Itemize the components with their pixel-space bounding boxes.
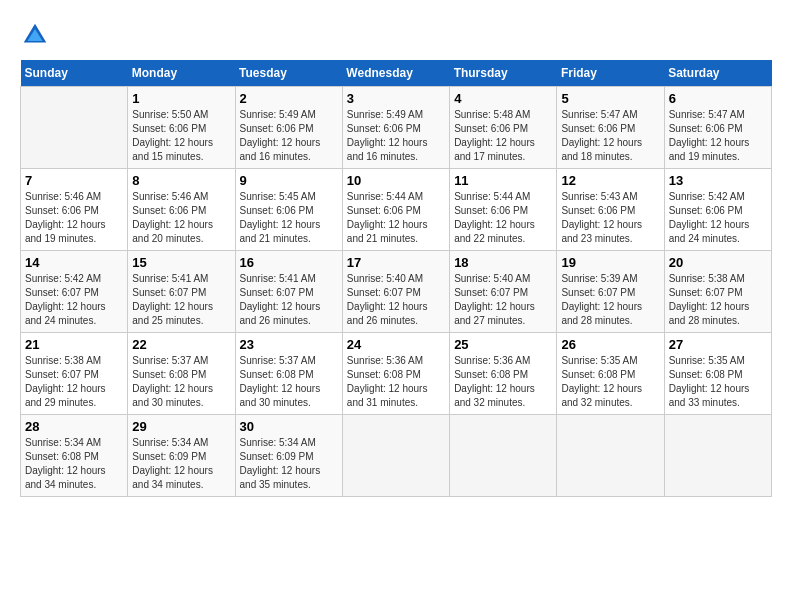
day-info: Sunrise: 5:36 AM Sunset: 6:08 PM Dayligh…	[454, 354, 552, 410]
day-number: 5	[561, 91, 659, 106]
day-number: 18	[454, 255, 552, 270]
day-info: Sunrise: 5:37 AM Sunset: 6:08 PM Dayligh…	[132, 354, 230, 410]
day-cell: 5Sunrise: 5:47 AM Sunset: 6:06 PM Daylig…	[557, 87, 664, 169]
day-info: Sunrise: 5:41 AM Sunset: 6:07 PM Dayligh…	[240, 272, 338, 328]
day-cell: 8Sunrise: 5:46 AM Sunset: 6:06 PM Daylig…	[128, 169, 235, 251]
week-row-0: 1Sunrise: 5:50 AM Sunset: 6:06 PM Daylig…	[21, 87, 772, 169]
day-info: Sunrise: 5:46 AM Sunset: 6:06 PM Dayligh…	[132, 190, 230, 246]
calendar-table: SundayMondayTuesdayWednesdayThursdayFrid…	[20, 60, 772, 497]
day-info: Sunrise: 5:35 AM Sunset: 6:08 PM Dayligh…	[561, 354, 659, 410]
day-info: Sunrise: 5:46 AM Sunset: 6:06 PM Dayligh…	[25, 190, 123, 246]
day-info: Sunrise: 5:40 AM Sunset: 6:07 PM Dayligh…	[347, 272, 445, 328]
day-number: 6	[669, 91, 767, 106]
day-cell: 19Sunrise: 5:39 AM Sunset: 6:07 PM Dayli…	[557, 251, 664, 333]
day-cell: 30Sunrise: 5:34 AM Sunset: 6:09 PM Dayli…	[235, 415, 342, 497]
day-info: Sunrise: 5:44 AM Sunset: 6:06 PM Dayligh…	[347, 190, 445, 246]
day-cell: 17Sunrise: 5:40 AM Sunset: 6:07 PM Dayli…	[342, 251, 449, 333]
day-cell: 28Sunrise: 5:34 AM Sunset: 6:08 PM Dayli…	[21, 415, 128, 497]
day-info: Sunrise: 5:34 AM Sunset: 6:09 PM Dayligh…	[132, 436, 230, 492]
header-cell-wednesday: Wednesday	[342, 60, 449, 87]
day-number: 29	[132, 419, 230, 434]
day-info: Sunrise: 5:43 AM Sunset: 6:06 PM Dayligh…	[561, 190, 659, 246]
day-info: Sunrise: 5:49 AM Sunset: 6:06 PM Dayligh…	[240, 108, 338, 164]
day-number: 13	[669, 173, 767, 188]
day-info: Sunrise: 5:34 AM Sunset: 6:09 PM Dayligh…	[240, 436, 338, 492]
day-number: 16	[240, 255, 338, 270]
day-cell: 3Sunrise: 5:49 AM Sunset: 6:06 PM Daylig…	[342, 87, 449, 169]
day-number: 12	[561, 173, 659, 188]
day-info: Sunrise: 5:47 AM Sunset: 6:06 PM Dayligh…	[561, 108, 659, 164]
day-number: 22	[132, 337, 230, 352]
day-number: 24	[347, 337, 445, 352]
day-cell	[664, 415, 771, 497]
day-cell	[450, 415, 557, 497]
day-info: Sunrise: 5:37 AM Sunset: 6:08 PM Dayligh…	[240, 354, 338, 410]
header-cell-thursday: Thursday	[450, 60, 557, 87]
day-info: Sunrise: 5:40 AM Sunset: 6:07 PM Dayligh…	[454, 272, 552, 328]
day-cell: 6Sunrise: 5:47 AM Sunset: 6:06 PM Daylig…	[664, 87, 771, 169]
week-row-1: 7Sunrise: 5:46 AM Sunset: 6:06 PM Daylig…	[21, 169, 772, 251]
week-row-4: 28Sunrise: 5:34 AM Sunset: 6:08 PM Dayli…	[21, 415, 772, 497]
day-number: 8	[132, 173, 230, 188]
header-cell-friday: Friday	[557, 60, 664, 87]
header-cell-tuesday: Tuesday	[235, 60, 342, 87]
day-info: Sunrise: 5:48 AM Sunset: 6:06 PM Dayligh…	[454, 108, 552, 164]
day-info: Sunrise: 5:42 AM Sunset: 6:06 PM Dayligh…	[669, 190, 767, 246]
day-number: 27	[669, 337, 767, 352]
day-number: 14	[25, 255, 123, 270]
day-cell: 26Sunrise: 5:35 AM Sunset: 6:08 PM Dayli…	[557, 333, 664, 415]
day-number: 10	[347, 173, 445, 188]
week-row-3: 21Sunrise: 5:38 AM Sunset: 6:07 PM Dayli…	[21, 333, 772, 415]
day-number: 15	[132, 255, 230, 270]
day-cell: 18Sunrise: 5:40 AM Sunset: 6:07 PM Dayli…	[450, 251, 557, 333]
day-cell: 2Sunrise: 5:49 AM Sunset: 6:06 PM Daylig…	[235, 87, 342, 169]
page-header	[20, 20, 772, 50]
day-info: Sunrise: 5:45 AM Sunset: 6:06 PM Dayligh…	[240, 190, 338, 246]
day-cell: 29Sunrise: 5:34 AM Sunset: 6:09 PM Dayli…	[128, 415, 235, 497]
day-cell: 9Sunrise: 5:45 AM Sunset: 6:06 PM Daylig…	[235, 169, 342, 251]
day-info: Sunrise: 5:44 AM Sunset: 6:06 PM Dayligh…	[454, 190, 552, 246]
day-info: Sunrise: 5:49 AM Sunset: 6:06 PM Dayligh…	[347, 108, 445, 164]
day-number: 19	[561, 255, 659, 270]
day-info: Sunrise: 5:34 AM Sunset: 6:08 PM Dayligh…	[25, 436, 123, 492]
day-info: Sunrise: 5:41 AM Sunset: 6:07 PM Dayligh…	[132, 272, 230, 328]
day-number: 3	[347, 91, 445, 106]
day-cell: 22Sunrise: 5:37 AM Sunset: 6:08 PM Dayli…	[128, 333, 235, 415]
day-number: 17	[347, 255, 445, 270]
day-number: 25	[454, 337, 552, 352]
calendar-header: SundayMondayTuesdayWednesdayThursdayFrid…	[21, 60, 772, 87]
day-cell: 24Sunrise: 5:36 AM Sunset: 6:08 PM Dayli…	[342, 333, 449, 415]
day-number: 11	[454, 173, 552, 188]
week-row-2: 14Sunrise: 5:42 AM Sunset: 6:07 PM Dayli…	[21, 251, 772, 333]
day-number: 30	[240, 419, 338, 434]
day-cell: 27Sunrise: 5:35 AM Sunset: 6:08 PM Dayli…	[664, 333, 771, 415]
day-cell: 7Sunrise: 5:46 AM Sunset: 6:06 PM Daylig…	[21, 169, 128, 251]
day-number: 28	[25, 419, 123, 434]
header-row: SundayMondayTuesdayWednesdayThursdayFrid…	[21, 60, 772, 87]
logo	[20, 20, 54, 50]
day-number: 4	[454, 91, 552, 106]
day-cell: 11Sunrise: 5:44 AM Sunset: 6:06 PM Dayli…	[450, 169, 557, 251]
day-info: Sunrise: 5:39 AM Sunset: 6:07 PM Dayligh…	[561, 272, 659, 328]
day-info: Sunrise: 5:38 AM Sunset: 6:07 PM Dayligh…	[669, 272, 767, 328]
calendar-body: 1Sunrise: 5:50 AM Sunset: 6:06 PM Daylig…	[21, 87, 772, 497]
day-cell: 23Sunrise: 5:37 AM Sunset: 6:08 PM Dayli…	[235, 333, 342, 415]
day-cell: 14Sunrise: 5:42 AM Sunset: 6:07 PM Dayli…	[21, 251, 128, 333]
day-cell	[21, 87, 128, 169]
day-cell: 21Sunrise: 5:38 AM Sunset: 6:07 PM Dayli…	[21, 333, 128, 415]
day-number: 26	[561, 337, 659, 352]
day-number: 7	[25, 173, 123, 188]
header-cell-sunday: Sunday	[21, 60, 128, 87]
day-cell: 13Sunrise: 5:42 AM Sunset: 6:06 PM Dayli…	[664, 169, 771, 251]
day-cell	[342, 415, 449, 497]
day-number: 1	[132, 91, 230, 106]
day-cell	[557, 415, 664, 497]
day-cell: 1Sunrise: 5:50 AM Sunset: 6:06 PM Daylig…	[128, 87, 235, 169]
header-cell-saturday: Saturday	[664, 60, 771, 87]
day-info: Sunrise: 5:36 AM Sunset: 6:08 PM Dayligh…	[347, 354, 445, 410]
day-number: 2	[240, 91, 338, 106]
day-number: 21	[25, 337, 123, 352]
day-cell: 15Sunrise: 5:41 AM Sunset: 6:07 PM Dayli…	[128, 251, 235, 333]
day-info: Sunrise: 5:47 AM Sunset: 6:06 PM Dayligh…	[669, 108, 767, 164]
logo-icon	[20, 20, 50, 50]
